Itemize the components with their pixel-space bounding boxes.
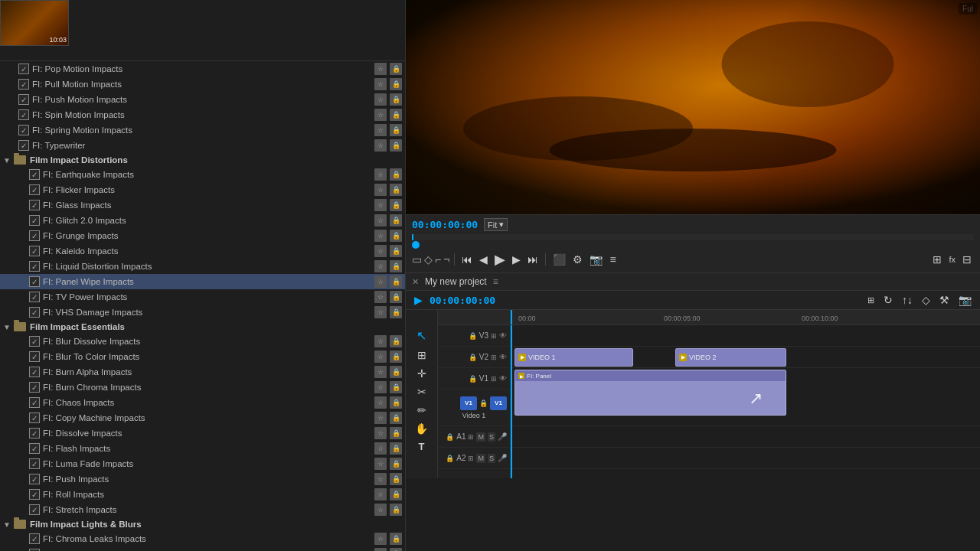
s-a1-btn[interactable]: S: [488, 432, 495, 442]
list-item-flicker[interactable]: FI: Flicker Impacts ☆ 🔒: [0, 182, 405, 197]
list-item-vhs-damage[interactable]: FI: VHS Damage Impacts ☆ 🔒: [0, 305, 405, 320]
list-item-burn-chroma[interactable]: FI: Burn Chroma Impacts ☆ 🔒: [0, 380, 405, 395]
checkbox-glitch[interactable]: [29, 215, 40, 226]
checkbox-spin-motion[interactable]: [18, 109, 29, 120]
project-menu-button[interactable]: ≡: [493, 276, 498, 287]
list-item-burn-alpha[interactable]: FI: Burn Alpha Impacts ☆ 🔒: [0, 364, 405, 380]
checkbox-tv-power[interactable]: [29, 292, 40, 302]
list-item-dissolve[interactable]: FI: Dissolve Impacts ☆ 🔒: [0, 425, 405, 441]
layout-button[interactable]: ⊟: [960, 252, 974, 267]
checkbox-roll[interactable]: [29, 489, 40, 500]
checkbox-pop-motion[interactable]: [18, 64, 29, 74]
checkbox-push-ess[interactable]: [29, 474, 40, 484]
tl-hand-tool[interactable]: ✋: [413, 421, 430, 436]
checkbox-luma-fade[interactable]: [29, 458, 40, 469]
list-item-flash[interactable]: FI: Flash Impacts ☆ 🔒: [0, 441, 405, 456]
list-item-chroma-leaks[interactable]: FI: Chroma Leaks Impacts ☆ 🔒: [0, 531, 405, 546]
list-item-earthquake[interactable]: FI: Earthquake Impacts ☆ 🔒: [0, 167, 405, 182]
list-item-copy-machine[interactable]: FI: Copy Machine Impacts ☆ 🔒: [0, 410, 405, 425]
list-item-pop-motion[interactable]: FI: Pop Motion Impacts ☆ 🔒: [0, 61, 405, 77]
tl-text-tool[interactable]: T: [416, 439, 427, 454]
list-item-glitch[interactable]: FI: Glitch 2.0 Impacts ☆ 🔒: [0, 213, 405, 228]
tl-ripple-button[interactable]: ↻: [881, 292, 895, 308]
tl-razor-button[interactable]: ⚒: [937, 292, 952, 308]
list-item-push-motion[interactable]: FI: Push Motion Impacts ☆ 🔒: [0, 92, 405, 107]
rewind-to-start-button[interactable]: ⏮: [459, 252, 475, 267]
clip-fi-panel[interactable]: ▶ FI: Panel ↗: [514, 370, 786, 416]
checkbox-panel-wipe[interactable]: [29, 276, 40, 287]
list-item-glass[interactable]: FI: Glass Impacts ☆ 🔒: [0, 197, 405, 213]
m-a2-btn[interactable]: M: [476, 454, 485, 463]
grid-button[interactable]: ⊞: [930, 252, 944, 267]
tl-pen-tool[interactable]: ✏: [415, 403, 429, 418]
checkbox-copy-machine[interactable]: [29, 412, 40, 423]
clip-video2[interactable]: ▶ VIDEO 2: [675, 348, 786, 367]
tl-track-extract[interactable]: ◇: [920, 292, 933, 308]
list-item-pull-motion[interactable]: FI: Pull Motion Impacts ☆ 🔒: [0, 77, 405, 92]
m-a1-btn[interactable]: M: [476, 432, 485, 442]
list-item-typewriter[interactable]: FI: Typewriter ☆ 🔒: [0, 138, 405, 153]
tl-track-insert[interactable]: ↑↓: [900, 292, 915, 308]
list-item-spin-motion[interactable]: FI: Spin Motion Impacts ☆ 🔒: [0, 107, 405, 122]
list-item-directional-blur[interactable]: FI: Directional Blur Impacts ☆ 🔒: [0, 546, 405, 551]
checkbox-chaos[interactable]: [29, 397, 40, 408]
step-forward-button[interactable]: ▶: [510, 252, 523, 267]
checkbox-glass[interactable]: [29, 200, 40, 210]
list-item-tv-power[interactable]: FI: TV Power Impacts ☆ 🔒: [0, 289, 405, 305]
fullscreen-button[interactable]: Ful: [959, 3, 977, 15]
go-to-end-button[interactable]: ⏭: [525, 252, 541, 267]
list-item-kaleido[interactable]: FI: Kaleido Impacts ☆ 🔒: [0, 243, 405, 259]
folder-film-impact-lights-blurs[interactable]: ▼ Film Impact Lights & Blurs: [0, 517, 405, 531]
list-item-spring-motion[interactable]: FI: Spring Motion Impacts ☆ 🔒: [0, 122, 405, 138]
checkbox-vhs-damage[interactable]: [29, 307, 40, 318]
checkbox-stretch[interactable]: [29, 504, 40, 515]
checkbox-pull-motion[interactable]: [18, 79, 29, 90]
checkbox-grunge[interactable]: [29, 230, 40, 241]
fx-button[interactable]: fx: [946, 253, 958, 266]
checkbox-push-motion[interactable]: [18, 94, 29, 105]
list-item-panel-wipe[interactable]: FI: Panel Wipe Impacts ☆ 🔒: [0, 274, 405, 289]
play-button[interactable]: ▶: [492, 249, 508, 269]
fit-dropdown[interactable]: Fit ▾: [484, 218, 508, 231]
tl-razor-tool[interactable]: ✂: [415, 384, 429, 399]
list-item-chaos[interactable]: FI: Chaos Impacts ☆ 🔒: [0, 395, 405, 410]
checkbox-flicker[interactable]: [29, 184, 40, 195]
checkbox-kaleido[interactable]: [29, 246, 40, 256]
export-button[interactable]: ⬛: [550, 252, 568, 267]
eye-v3-icon[interactable]: 👁: [499, 331, 507, 340]
settings-button[interactable]: ⚙: [570, 252, 585, 267]
list-item-grunge[interactable]: FI: Grunge Impacts ☆ 🔒: [0, 228, 405, 243]
eye-v2-icon[interactable]: 👁: [499, 353, 507, 361]
more-button[interactable]: ≡: [607, 252, 618, 267]
checkbox-chroma-leaks[interactable]: [29, 533, 40, 544]
tl-select-tool[interactable]: ▶: [412, 292, 425, 308]
checkbox-burn-alpha[interactable]: [29, 367, 40, 377]
checkbox-dissolve[interactable]: [29, 428, 40, 439]
list-item-push-ess[interactable]: FI: Push Impacts ☆ 🔒: [0, 471, 405, 487]
tl-arrow-tool[interactable]: ↖: [414, 327, 429, 344]
clip-video1[interactable]: ▶ VIDEO 1: [514, 348, 633, 367]
checkbox-flash[interactable]: [29, 443, 40, 454]
s-a2-btn[interactable]: S: [488, 454, 495, 463]
camera-button[interactable]: 📷: [587, 252, 605, 267]
list-item-blur-to-color[interactable]: FI: Blur To Color Impacts ☆ 🔒: [0, 349, 405, 364]
list-item-luma-fade[interactable]: FI: Luma Fade Impacts ☆ 🔒: [0, 456, 405, 471]
list-item-stretch[interactable]: FI: Stretch Impacts ☆ 🔒: [0, 502, 405, 517]
checkbox-blur-to-color[interactable]: [29, 351, 40, 362]
eye-v1-icon[interactable]: 👁: [499, 374, 507, 383]
checkbox-typewriter[interactable]: [18, 140, 29, 151]
folder-film-impact-distortions[interactable]: ▼ Film Impact Distortions: [0, 153, 405, 167]
checkbox-burn-chroma[interactable]: [29, 382, 40, 393]
step-back-button[interactable]: ◀: [477, 252, 490, 267]
checkbox-blur-dissolve[interactable]: [29, 336, 40, 347]
folder-film-impact-essentials[interactable]: ▼ Film Impact Essentials: [0, 320, 405, 334]
close-project-button[interactable]: ✕: [412, 277, 419, 287]
list-item-roll[interactable]: FI: Roll Impacts ☆ 🔒: [0, 487, 405, 502]
checkbox-earthquake[interactable]: [29, 169, 40, 180]
list-item-blur-dissolve[interactable]: FI: Blur Dissolve Impacts ☆ 🔒: [0, 334, 405, 349]
tl-slip-tool[interactable]: ⊞: [415, 347, 429, 363]
tl-multi-select[interactable]: ⊞: [865, 294, 877, 307]
checkbox-liquid[interactable]: [29, 261, 40, 272]
list-item-liquid[interactable]: FI: Liquid Distortion Impacts ☆ 🔒: [0, 259, 405, 274]
tl-camera-icon[interactable]: 📷: [956, 292, 974, 308]
